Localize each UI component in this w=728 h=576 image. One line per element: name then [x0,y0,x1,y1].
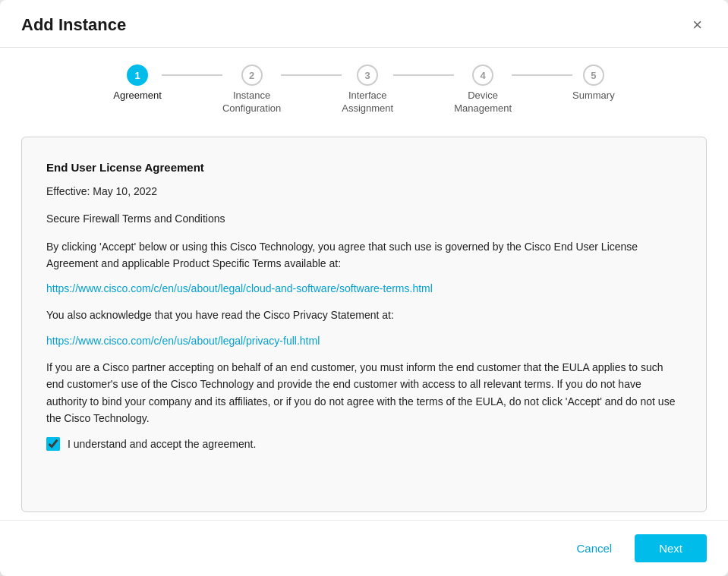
agreement-link1[interactable]: https://www.cisco.com/c/en/us/about/lega… [46,282,682,294]
step-line-2 [281,65,342,86]
step-5-label: Summary [572,90,615,102]
accept-label[interactable]: I understand and accept the agreement. [68,438,256,450]
agreement-title: End User License Agreement [46,159,682,177]
agreement-body2: You also acknowledge that you have read … [46,307,682,323]
step-2: 2 InstanceConfiguration [222,65,281,115]
accept-row: I understand and accept the agreement. [46,437,682,451]
step-1-label: Agreement [113,90,162,102]
agreement-link2[interactable]: https://www.cisco.com/c/en/us/about/lega… [46,335,682,347]
stepper: 1 Agreement 2 InstanceConfiguration 3 In… [0,48,728,129]
step-2-label: InstanceConfiguration [222,90,281,115]
step-line-1 [162,65,222,86]
modal-footer: Cancel Next [0,520,728,576]
agreement-body3: If you are a Cisco partner accepting on … [46,359,682,427]
modal-header: Add Instance × [0,0,728,48]
step-3-label: InterfaceAssignment [342,90,393,115]
step-3-circle: 3 [357,65,378,86]
agreement-body1: By clicking 'Accept' below or using this… [46,238,682,272]
accept-checkbox[interactable] [46,437,60,451]
step-1-circle: 1 [127,65,148,86]
step-4-circle: 4 [472,65,493,86]
step-5-circle: 5 [583,65,604,86]
modal-title: Add Instance [21,15,126,35]
agreement-effective: Effective: May 10, 2022 [46,183,682,200]
agreement-box: End User License Agreement Effective: Ma… [21,137,707,512]
step-3: 3 InterfaceAssignment [342,65,393,115]
add-instance-modal: Add Instance × 1 Agreement 2 InstanceCon… [0,0,728,576]
step-line-4 [512,65,572,86]
step-1: 1 Agreement [113,65,162,102]
step-line-3 [393,65,454,86]
agreement-subtitle: Secure Firewall Terms and Conditions [46,210,682,227]
close-button[interactable]: × [688,15,707,35]
step-4: 4 DeviceManagement [454,65,512,115]
step-4-label: DeviceManagement [454,90,512,115]
step-5: 5 Summary [572,65,615,102]
step-2-circle: 2 [241,65,263,86]
next-button[interactable]: Next [635,534,707,562]
modal-body: End User License Agreement Effective: Ma… [0,129,728,520]
cancel-button[interactable]: Cancel [563,536,626,561]
